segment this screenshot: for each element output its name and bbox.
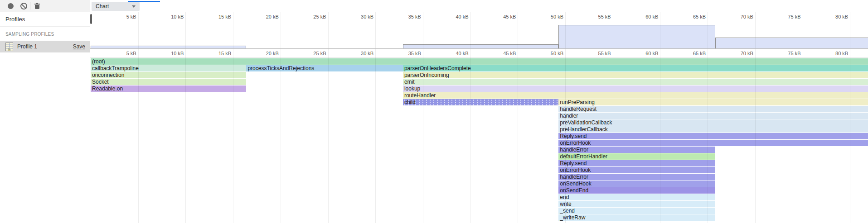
- flame-bar[interactable]: callbackTrampoline: [91, 65, 246, 71]
- flame-bar[interactable]: handler: [558, 113, 868, 119]
- flame-gridline: [423, 49, 423, 223]
- flame-bar[interactable]: runPreParsing: [558, 99, 868, 105]
- flame-bar[interactable]: Reply.send: [558, 160, 715, 166]
- flame-gridline: [613, 49, 613, 223]
- overview-gridline: [803, 12, 803, 48]
- heap-profiler-panel: Chart Profiles SAMPLING PROFILES % Profi…: [0, 0, 868, 223]
- flame-bar-label: end: [558, 194, 569, 200]
- record-icon[interactable]: [8, 3, 14, 9]
- overview-axis-tick-label: 25 kB: [302, 14, 326, 19]
- save-profile-link[interactable]: Save: [73, 43, 85, 50]
- toolbar-divider: [30, 2, 30, 9]
- flame-bar[interactable]: parserOnIncoming: [403, 72, 868, 78]
- flame-bar-label: onconnection: [91, 72, 124, 78]
- view-mode-select-value: Chart: [96, 3, 109, 9]
- flame-bar[interactable]: write_: [558, 201, 715, 207]
- flame-axis-tick-label: 30 kB: [349, 51, 373, 56]
- flame-bar[interactable]: emit: [403, 79, 868, 85]
- flame-bar[interactable]: onconnection: [91, 72, 246, 78]
- overview-gridline: [375, 12, 376, 48]
- flame-bar-label: onErrorHook: [558, 167, 591, 173]
- flame-bar-label: handler: [558, 113, 578, 119]
- flame-bar-label: _writeRaw: [558, 214, 585, 221]
- flame-gridline: [518, 49, 518, 223]
- flame-bar-label: child: [403, 99, 416, 105]
- overview-axis-tick-label: 80 kB: [824, 14, 848, 19]
- flame-bar-label: handleRequest: [558, 106, 596, 112]
- allocation-overview[interactable]: 5 kB10 kB15 kB20 kB25 kB30 kB35 kB40 kB4…: [90, 12, 868, 49]
- flame-bar[interactable]: handleRequest: [558, 106, 868, 112]
- overview-gridline: [138, 12, 139, 48]
- flame-gridline: [803, 49, 803, 223]
- flame-bar-label: parserOnHeadersComplete: [403, 65, 471, 71]
- flame-bar[interactable]: (root): [91, 58, 868, 65]
- flame-bar[interactable]: Reply.send: [558, 133, 868, 139]
- overview-axis-tick-label: 50 kB: [539, 14, 563, 19]
- flame-bar-label: Socket: [91, 79, 109, 85]
- flame-bar[interactable]: onErrorHook: [558, 140, 868, 146]
- flame-bar[interactable]: processTicksAndRejections: [246, 65, 403, 71]
- flame-gridline: [755, 49, 756, 223]
- flame-bar[interactable]: handleError: [558, 147, 715, 153]
- flame-bar-label: emit: [403, 79, 415, 85]
- overview-axis-tick-label: 10 kB: [159, 14, 184, 19]
- overview-axis-tick-label: 55 kB: [587, 14, 611, 19]
- flame-bar[interactable]: lookup: [403, 85, 868, 92]
- flame-axis-tick-label: 10 kB: [159, 51, 184, 56]
- flame-bar-label: defaultErrorHandler: [558, 153, 607, 160]
- flame-bar[interactable]: routeHandler: [403, 92, 868, 99]
- flame-bar[interactable]: handleError: [558, 174, 715, 180]
- flame-bar[interactable]: preValidationCallback: [558, 119, 868, 126]
- flame-gridline: [138, 49, 139, 223]
- overview-axis-tick-label: 65 kB: [681, 14, 706, 19]
- profile-document-icon: %: [5, 43, 13, 51]
- flame-gridline: [850, 49, 850, 223]
- flame-bar[interactable]: preHandlerCallback: [558, 126, 868, 133]
- flame-gridline: [470, 49, 471, 223]
- overview-gridline: [233, 12, 233, 48]
- overview-axis-tick-label: 35 kB: [397, 14, 421, 19]
- overview-axis-tick-label: 45 kB: [491, 14, 516, 19]
- profiles-sidebar: Profiles SAMPLING PROFILES % Profile 1 S…: [0, 12, 90, 223]
- overview-gridline: [660, 12, 660, 48]
- overview-area-segment: [403, 44, 558, 48]
- trash-icon[interactable]: [34, 3, 40, 9]
- flame-bar-label: preValidationCallback: [558, 119, 612, 126]
- overview-gridline: [423, 12, 423, 48]
- flame-axis-tick-label: 25 kB: [302, 51, 326, 56]
- overview-gridline: [755, 12, 756, 48]
- flame-axis-tick-label: 20 kB: [254, 51, 279, 56]
- flame-bar-label: Reply.send: [558, 160, 587, 166]
- flame-bar[interactable]: onSendHook: [558, 180, 715, 187]
- flame-axis-tick-label: 35 kB: [397, 51, 421, 56]
- flame-bar[interactable]: end: [558, 194, 715, 200]
- flame-bar[interactable]: defaultErrorHandler: [558, 153, 715, 160]
- flame-bar-label: runPreParsing: [558, 99, 595, 105]
- flame-bar[interactable]: onSendEnd: [558, 187, 715, 194]
- flame-bar-label: routeHandler: [403, 92, 436, 99]
- view-mode-select[interactable]: Chart: [92, 2, 140, 11]
- clear-all-icon[interactable]: [20, 3, 27, 9]
- flame-bar-label: preHandlerCallback: [558, 126, 607, 133]
- flame-bar[interactable]: child: [403, 99, 558, 105]
- overview-gridline: [185, 12, 186, 48]
- flame-bar[interactable]: _writeRaw: [558, 214, 715, 221]
- flame-bar[interactable]: _send: [558, 208, 715, 214]
- overview-axis-tick-label: 70 kB: [729, 14, 753, 19]
- flame-axis-tick-label: 65 kB: [681, 51, 706, 56]
- flame-bar-label: handleError: [558, 147, 588, 153]
- flame-bar-label: parserOnIncoming: [403, 72, 449, 78]
- flame-bar[interactable]: onErrorHook: [558, 167, 715, 173]
- flame-bar[interactable]: parserOnHeadersComplete: [403, 65, 868, 71]
- flame-chart[interactable]: 5 kB10 kB15 kB20 kB25 kB30 kB35 kB40 kB4…: [90, 49, 868, 223]
- flame-axis-tick-label: 15 kB: [207, 51, 231, 56]
- overview-drag-handle[interactable]: [90, 14, 92, 24]
- flame-bar[interactable]: Socket: [91, 79, 246, 85]
- flame-gridline: [185, 49, 186, 223]
- flame-axis-tick-label: 70 kB: [729, 51, 753, 56]
- trash-lid: [34, 4, 40, 5]
- flame-bar-label: lookup: [403, 85, 420, 92]
- flame-bar[interactable]: Readable.on: [91, 85, 246, 92]
- profile-name: Profile 1: [17, 43, 73, 50]
- sidebar-item-profile-1[interactable]: % Profile 1 Save: [0, 41, 90, 52]
